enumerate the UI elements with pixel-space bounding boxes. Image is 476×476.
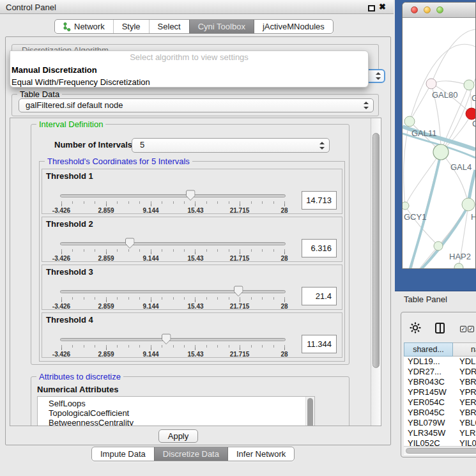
slider-track[interactable] [60,290,286,293]
cell[interactable]: YBL079W [453,418,476,428]
tab-network[interactable]: Network [55,20,113,33]
slider-handle[interactable] [233,286,243,297]
minimize-traffic-light-icon[interactable] [424,6,431,13]
cell[interactable]: YLR345W [453,428,476,438]
node-gal11[interactable] [404,116,415,127]
node-partial-bottom[interactable] [454,263,463,268]
slider-track[interactable] [60,194,286,197]
threshold-2-slider[interactable]: -3.426 2.859 9.144 15.43 21.715 28 [60,234,286,263]
popup-hint: Select algorithm to view settings [10,51,368,64]
node-gal80[interactable] [426,79,436,89]
scale-label: 28 [280,303,288,310]
slider-handle[interactable] [185,190,195,201]
cell[interactable]: YBR043C [404,377,453,387]
list-scrollbar[interactable] [305,397,314,426]
gear-icon[interactable] [410,322,421,334]
slider-track[interactable] [60,242,286,245]
network-canvas[interactable]: GAL80 GA C GAL11 GAL4 GCY1 H HAP2 [403,18,475,268]
scale-label: 9.144 [142,255,158,262]
threshold-3-slider[interactable]: -3.426 2.859 9.144 15.43 21.715 28 [60,282,286,311]
cell[interactable]: YDL19 [453,357,476,367]
settings-vertical-scrollbar[interactable] [371,118,381,426]
table-row[interactable]: YDL19...YDL19 [404,357,476,367]
threshold-4-slider[interactable]: -3.426 2.859 9.144 15.43 21.715 28 [60,330,286,359]
number-of-intervals-combobox[interactable]: 5 [132,138,330,153]
network-window-titlebar[interactable] [403,3,475,18]
tab-label: Cyni Toolbox [198,22,245,31]
close-icon[interactable]: ✖ [379,2,386,12]
list-item[interactable]: SelfLoops [38,399,314,408]
threshold-3-value-field[interactable]: 21.4 [302,287,337,305]
node-h[interactable] [462,198,475,211]
bottom-tab-bar: Impute Data Discretize Data Infer Networ… [91,447,295,461]
threshold-1-value-field[interactable]: 14.713 [302,191,337,210]
tab-label: Select [158,22,181,31]
cell[interactable]: YBL079W [404,418,453,428]
cell[interactable]: YIL052C [453,438,476,446]
cell[interactable]: YPR145W [453,387,476,397]
tab-jactivemnodules[interactable]: jActiveMNodules [254,20,333,33]
threshold-4-value-field[interactable]: 11.344 [302,335,337,353]
checkbox-icon[interactable]: ✓ [468,326,474,332]
table-row[interactable]: YBL079WYBL079W [404,418,476,428]
table-row[interactable]: YBR045CYBR045C [404,408,476,418]
cell[interactable]: YBR043C [453,377,476,387]
float-window-icon[interactable] [368,5,375,12]
tab-select[interactable]: Select [149,20,189,33]
scrollbar-thumb[interactable] [307,398,313,426]
cell[interactable]: YDL19... [404,357,453,367]
node-partial-top-right[interactable] [464,80,474,90]
threshold-label: Threshold 1 [46,171,93,181]
tab-label: jActiveMNodules [263,22,325,31]
node-gal4[interactable] [433,144,449,160]
column-header-name[interactable]: na [453,342,476,357]
slider-handle[interactable] [161,334,171,345]
scrollbar-thumb[interactable] [406,448,476,454]
popup-item-manual-discretization[interactable]: Manual Discretization [10,64,368,76]
cell[interactable]: YDR27 [453,367,476,377]
threshold-1-slider[interactable]: -3.426 2.859 9.144 15.43 21.715 28 [60,186,286,215]
scrollbar-thumb[interactable] [372,133,380,368]
split-view-icon[interactable] [435,323,445,334]
slider-handle[interactable] [125,238,135,249]
tab-cyni-toolbox[interactable]: Cyni Toolbox [189,20,254,33]
checkbox-icon[interactable]: ✓ [460,326,466,332]
node-gcy1[interactable] [403,202,409,210]
tab-style[interactable]: Style [113,20,149,33]
node-hap2[interactable] [434,242,443,250]
close-traffic-light-icon[interactable] [411,6,418,13]
threshold-2-value-field[interactable]: 6.316 [302,239,337,257]
table-row[interactable]: YDR27...YDR27 [404,367,476,377]
zoom-traffic-light-icon[interactable] [436,6,443,13]
node-red[interactable] [466,108,475,119]
tab-impute-data[interactable]: Impute Data [92,447,154,461]
node-attribute-table: shared... na YDL19...YDL19 YDR27...YDR27… [404,342,476,455]
cell[interactable]: YLR345W [404,428,453,438]
table-row[interactable]: YPR145WYPR145W [404,387,476,397]
list-item[interactable]: BetweennessCentrality [38,418,314,426]
table-row[interactable]: YIL052CYIL052C [404,438,476,446]
scale-label: 15.43 [187,207,203,214]
list-item[interactable]: TopologicalCoefficient [38,408,314,418]
slider-track[interactable] [60,338,286,341]
cell[interactable]: YER054C [404,397,453,408]
table-horizontal-scrollbar[interactable] [404,446,476,454]
tab-infer-network[interactable]: Infer Network [227,447,294,461]
scale-label: 28 [280,255,288,262]
group-title: Table Data [17,89,62,99]
column-header-shared-name[interactable]: shared... [404,342,453,357]
table-row[interactable]: YBR043CYBR043C [404,377,476,387]
apply-button[interactable]: Apply [158,429,198,443]
cell[interactable]: YPR145W [404,387,453,397]
cell[interactable]: YDR27... [404,367,453,377]
cell[interactable]: YER054C [453,397,476,408]
table-row[interactable]: YER054CYER054C [404,397,476,408]
cell[interactable]: YBR045C [453,408,476,418]
cell[interactable]: YIL052C [404,438,453,446]
cell[interactable]: YBR045C [404,408,453,418]
table-row[interactable]: YLR345WYLR345W [404,428,476,438]
table-data-combobox[interactable]: galFiltered.sif default node [19,98,374,112]
popup-item-equal-width-frequency[interactable]: Equal Width/Frequency Discretization [10,76,368,88]
attributes-list: SelfLoops TopologicalCoefficient Between… [37,396,315,426]
tab-discretize-data[interactable]: Discretize Data [154,447,227,461]
